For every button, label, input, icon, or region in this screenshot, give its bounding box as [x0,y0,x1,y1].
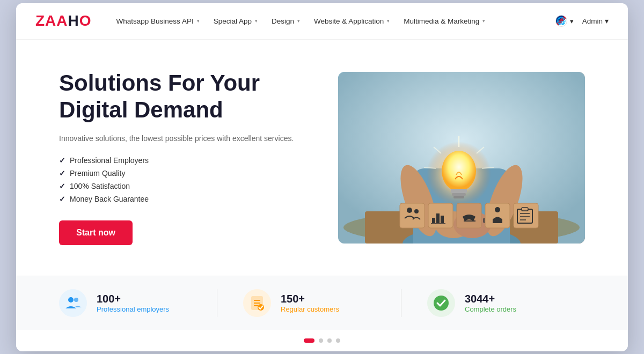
feature-item: ✓ Premium Quality [59,169,317,178]
stat-text-customers: 150+ Regular customers [281,293,339,313]
nav-item-design[interactable]: Design ▾ [266,13,305,30]
hero-content: Solutions For Your Digital Demand Innova… [59,70,317,246]
admin-menu[interactable]: Admin ▾ [582,17,609,25]
pagination-dot-4[interactable] [336,338,340,343]
chevron-down-icon: ▾ [387,18,390,24]
flag-icon: 🌐 [555,15,567,27]
pagination-dot-2[interactable] [319,338,323,343]
svg-rect-14 [452,193,466,196]
chevron-down-icon: ▾ [197,18,200,24]
svg-point-39 [74,298,78,302]
language-selector[interactable]: 🌐 ▾ [555,15,574,27]
svg-rect-15 [453,196,464,198]
chevron-down-icon: ▾ [482,18,485,24]
nav-links: Whatsapp Business API ▾ Special App ▾ De… [111,13,555,30]
feature-item: ✓ Money Back Guarantee [59,195,317,203]
hero-title: Solutions For Your Digital Demand [59,70,317,124]
start-now-button[interactable]: Start now [59,220,133,245]
logo-h: H [68,12,79,29]
pagination-dot-3[interactable] [327,338,332,343]
hero-subtitle: Innovative solutions, the lowest possibl… [59,133,317,144]
svg-rect-24 [485,203,510,228]
svg-point-27 [414,209,419,213]
svg-rect-28 [432,218,435,223]
nav-item-website[interactable]: Website & Application ▾ [309,13,395,30]
checkmark-icon: ✓ [59,182,65,190]
checkmark-icon: ✓ [59,169,65,178]
nav-right: 🌐 ▾ Admin ▾ [555,15,609,27]
chevron-down-icon: ▾ [570,17,574,25]
feature-item: ✓ Professional Employers [59,156,317,165]
svg-rect-30 [441,216,444,223]
hero-image [338,72,585,244]
stats-bar: 100+ Professional employers 150+ Regular… [16,276,628,330]
svg-rect-29 [436,213,440,223]
people-icon [59,289,87,317]
feature-item: ✓ 100% Satisfaction [59,182,317,190]
svg-point-26 [407,208,412,213]
svg-point-44 [258,304,264,311]
navbar: ZAAHO Whatsapp Business API ▾ Special Ap… [16,3,628,40]
svg-rect-21 [400,203,425,228]
svg-rect-37 [522,208,528,211]
nav-item-special-app[interactable]: Special App ▾ [208,13,263,30]
pagination-dot-1[interactable] [304,338,314,343]
stat-text-orders: 3044+ Complete orders [465,293,516,313]
chevron-down-icon: ▾ [255,18,258,24]
svg-point-45 [434,296,449,311]
hero-features-list: ✓ Professional Employers ✓ Premium Quali… [59,156,317,203]
svg-point-32 [495,207,500,212]
nav-item-multimedia[interactable]: Multimedia & Marketing ▾ [398,13,491,30]
stat-item-customers: 150+ Regular customers [217,289,401,317]
hero-section: Solutions For Your Digital Demand Innova… [16,40,628,276]
logo-o: O [79,12,92,29]
svg-rect-13 [451,189,467,193]
stat-item-orders: 3044+ Complete orders [401,289,585,317]
stat-item-employers: 100+ Professional employers [59,289,217,317]
nav-item-whatsapp[interactable]: Whatsapp Business API ▾ [111,13,205,30]
svg-point-38 [68,297,74,303]
checkmark-icon: ✓ [59,156,65,165]
checkmark-icon: ✓ [59,195,65,203]
check-circle-icon [427,289,455,317]
checklist-icon [243,289,271,317]
svg-point-12 [442,151,476,191]
chevron-down-icon: ▾ [297,18,300,24]
hero-illustration [338,72,585,244]
logo[interactable]: ZAAHO [35,12,92,30]
browser-window: ZAAHO Whatsapp Business API ▾ Special Ap… [16,3,628,351]
logo-text: ZAA [35,12,68,29]
pagination [16,330,628,351]
stat-text-employers: 100+ Professional employers [97,293,169,313]
chevron-down-icon: ▾ [605,17,609,25]
